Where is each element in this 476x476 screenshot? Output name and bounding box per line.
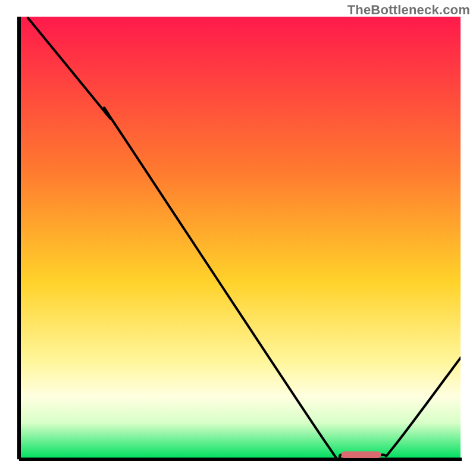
attribution-label: TheBottleneck.com — [347, 2, 470, 18]
plot-background — [19, 17, 461, 458]
optimal-range-marker — [342, 452, 381, 459]
bottleneck-chart: TheBottleneck.com — [0, 0, 476, 476]
chart-svg — [0, 0, 476, 476]
